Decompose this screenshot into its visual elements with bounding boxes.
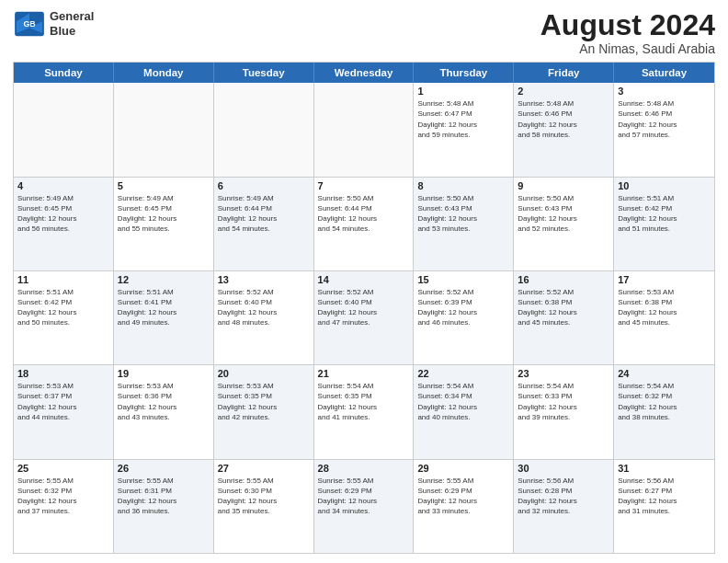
page: GB General Blue August 2024 An Nimas, Sa…: [0, 0, 728, 563]
day-number: 5: [118, 180, 210, 191]
day-number: 9: [518, 180, 609, 191]
day-info: Sunrise: 5:48 AM Sunset: 6:46 PM Dayligh…: [518, 98, 609, 140]
day-number: 25: [17, 463, 109, 474]
calendar-header: SundayMondayTuesdayWednesdayThursdayFrid…: [14, 63, 714, 83]
day-number: 27: [218, 463, 310, 474]
day-info: Sunrise: 5:51 AM Sunset: 6:42 PM Dayligh…: [618, 193, 711, 235]
day-info: Sunrise: 5:50 AM Sunset: 6:43 PM Dayligh…: [417, 193, 509, 235]
day-cell: 5Sunrise: 5:49 AM Sunset: 6:45 PM Daylig…: [114, 178, 214, 270]
day-number: 26: [118, 463, 210, 474]
day-number: 29: [417, 463, 509, 474]
day-cell: 20Sunrise: 5:53 AM Sunset: 6:35 PM Dayli…: [214, 365, 314, 458]
day-info: Sunrise: 5:55 AM Sunset: 6:31 PM Dayligh…: [118, 476, 210, 517]
day-info: Sunrise: 5:53 AM Sunset: 6:38 PM Dayligh…: [618, 287, 711, 328]
day-info: Sunrise: 5:51 AM Sunset: 6:41 PM Dayligh…: [118, 287, 210, 328]
day-cell: 28Sunrise: 5:55 AM Sunset: 6:29 PM Dayli…: [314, 460, 415, 553]
day-cell: 8Sunrise: 5:50 AM Sunset: 6:43 PM Daylig…: [414, 178, 514, 270]
day-info: Sunrise: 5:50 AM Sunset: 6:43 PM Dayligh…: [518, 193, 609, 235]
day-number: 14: [318, 274, 410, 285]
day-number: 1: [417, 86, 509, 97]
day-info: Sunrise: 5:52 AM Sunset: 6:38 PM Dayligh…: [518, 287, 609, 328]
day-info: Sunrise: 5:51 AM Sunset: 6:42 PM Dayligh…: [17, 287, 109, 328]
empty-cell: [114, 83, 214, 176]
day-cell: 7Sunrise: 5:50 AM Sunset: 6:44 PM Daylig…: [314, 178, 415, 270]
day-info: Sunrise: 5:53 AM Sunset: 6:35 PM Dayligh…: [218, 381, 310, 422]
day-number: 31: [618, 463, 711, 474]
weekday-header: Monday: [114, 63, 214, 83]
day-number: 21: [318, 368, 410, 379]
day-cell: 12Sunrise: 5:51 AM Sunset: 6:41 PM Dayli…: [114, 271, 214, 364]
day-number: 17: [618, 274, 711, 285]
day-info: Sunrise: 5:52 AM Sunset: 6:39 PM Dayligh…: [417, 287, 509, 328]
calendar: SundayMondayTuesdayWednesdayThursdayFrid…: [13, 62, 715, 554]
day-number: 15: [417, 274, 509, 285]
day-cell: 3Sunrise: 5:48 AM Sunset: 6:46 PM Daylig…: [614, 83, 714, 176]
day-info: Sunrise: 5:50 AM Sunset: 6:44 PM Dayligh…: [318, 193, 410, 235]
day-info: Sunrise: 5:55 AM Sunset: 6:29 PM Dayligh…: [417, 476, 509, 517]
logo-icon: GB: [13, 10, 46, 38]
day-number: 8: [417, 180, 509, 191]
weekday-header: Saturday: [614, 63, 714, 83]
day-cell: 19Sunrise: 5:53 AM Sunset: 6:36 PM Dayli…: [114, 365, 214, 458]
calendar-body: 1Sunrise: 5:48 AM Sunset: 6:47 PM Daylig…: [14, 83, 714, 553]
day-number: 10: [618, 180, 711, 191]
day-number: 24: [618, 368, 711, 379]
day-info: Sunrise: 5:49 AM Sunset: 6:44 PM Dayligh…: [218, 193, 310, 235]
day-info: Sunrise: 5:52 AM Sunset: 6:40 PM Dayligh…: [318, 287, 410, 328]
day-cell: 29Sunrise: 5:55 AM Sunset: 6:29 PM Dayli…: [414, 460, 514, 553]
day-info: Sunrise: 5:55 AM Sunset: 6:30 PM Dayligh…: [218, 476, 310, 517]
weekday-header: Wednesday: [314, 63, 415, 83]
day-info: Sunrise: 5:54 AM Sunset: 6:35 PM Dayligh…: [318, 381, 410, 422]
day-cell: 11Sunrise: 5:51 AM Sunset: 6:42 PM Dayli…: [14, 271, 114, 364]
subtitle: An Nimas, Saudi Arabia: [540, 41, 715, 56]
svg-text:GB: GB: [23, 18, 35, 28]
day-cell: 4Sunrise: 5:49 AM Sunset: 6:45 PM Daylig…: [14, 178, 114, 270]
day-cell: 24Sunrise: 5:54 AM Sunset: 6:32 PM Dayli…: [614, 365, 714, 458]
calendar-row: 4Sunrise: 5:49 AM Sunset: 6:45 PM Daylig…: [14, 178, 714, 271]
day-cell: 25Sunrise: 5:55 AM Sunset: 6:32 PM Dayli…: [14, 460, 114, 553]
title-block: August 2024 An Nimas, Saudi Arabia: [540, 9, 715, 56]
day-number: 13: [218, 274, 310, 285]
calendar-row: 11Sunrise: 5:51 AM Sunset: 6:42 PM Dayli…: [14, 271, 714, 365]
day-info: Sunrise: 5:48 AM Sunset: 6:46 PM Dayligh…: [618, 98, 711, 140]
calendar-row: 25Sunrise: 5:55 AM Sunset: 6:32 PM Dayli…: [14, 460, 714, 553]
day-number: 6: [218, 180, 310, 191]
day-info: Sunrise: 5:55 AM Sunset: 6:29 PM Dayligh…: [318, 476, 410, 517]
day-cell: 30Sunrise: 5:56 AM Sunset: 6:28 PM Dayli…: [514, 460, 614, 553]
day-cell: 26Sunrise: 5:55 AM Sunset: 6:31 PM Dayli…: [114, 460, 214, 553]
day-number: 20: [218, 368, 310, 379]
logo: GB General Blue: [13, 9, 94, 38]
day-info: Sunrise: 5:53 AM Sunset: 6:36 PM Dayligh…: [118, 381, 210, 422]
day-number: 2: [518, 86, 609, 97]
day-cell: 14Sunrise: 5:52 AM Sunset: 6:40 PM Dayli…: [314, 271, 415, 364]
day-cell: 21Sunrise: 5:54 AM Sunset: 6:35 PM Dayli…: [314, 365, 415, 458]
day-info: Sunrise: 5:56 AM Sunset: 6:27 PM Dayligh…: [618, 476, 711, 517]
day-number: 30: [518, 463, 609, 474]
day-cell: 15Sunrise: 5:52 AM Sunset: 6:39 PM Dayli…: [414, 271, 514, 364]
day-cell: 2Sunrise: 5:48 AM Sunset: 6:46 PM Daylig…: [514, 83, 614, 176]
header: GB General Blue August 2024 An Nimas, Sa…: [13, 9, 715, 56]
day-info: Sunrise: 5:56 AM Sunset: 6:28 PM Dayligh…: [518, 476, 609, 517]
day-info: Sunrise: 5:55 AM Sunset: 6:32 PM Dayligh…: [17, 476, 109, 517]
day-number: 3: [618, 86, 711, 97]
weekday-header: Friday: [514, 63, 614, 83]
logo-text: General Blue: [50, 9, 94, 38]
day-info: Sunrise: 5:48 AM Sunset: 6:47 PM Dayligh…: [417, 98, 509, 140]
weekday-header: Sunday: [14, 63, 114, 83]
empty-cell: [214, 83, 314, 176]
day-info: Sunrise: 5:49 AM Sunset: 6:45 PM Dayligh…: [17, 193, 109, 235]
day-number: 18: [17, 368, 109, 379]
calendar-row: 1Sunrise: 5:48 AM Sunset: 6:47 PM Daylig…: [14, 83, 714, 177]
day-info: Sunrise: 5:49 AM Sunset: 6:45 PM Dayligh…: [118, 193, 210, 235]
calendar-row: 18Sunrise: 5:53 AM Sunset: 6:37 PM Dayli…: [14, 365, 714, 459]
day-number: 4: [17, 180, 109, 191]
day-number: 16: [518, 274, 609, 285]
weekday-header: Tuesday: [214, 63, 314, 83]
day-cell: 18Sunrise: 5:53 AM Sunset: 6:37 PM Dayli…: [14, 365, 114, 458]
day-cell: 9Sunrise: 5:50 AM Sunset: 6:43 PM Daylig…: [514, 178, 614, 270]
empty-cell: [314, 83, 415, 176]
day-cell: 23Sunrise: 5:54 AM Sunset: 6:33 PM Dayli…: [514, 365, 614, 458]
day-cell: 22Sunrise: 5:54 AM Sunset: 6:34 PM Dayli…: [414, 365, 514, 458]
day-number: 28: [318, 463, 410, 474]
main-title: August 2024: [540, 9, 715, 41]
